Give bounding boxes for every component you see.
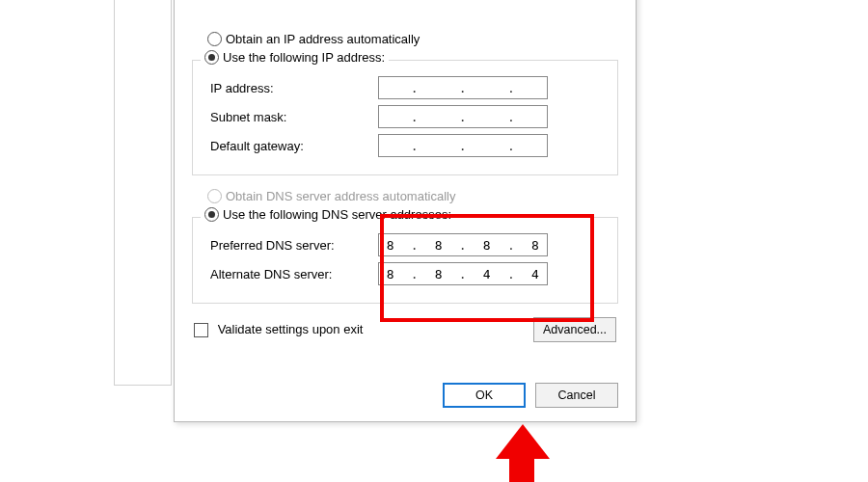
octet[interactable]: 8 bbox=[427, 238, 450, 253]
ip-address-input[interactable]: . . . bbox=[378, 76, 548, 99]
ipv4-properties-dialog: Obtain an IP address automatically Use t… bbox=[174, 0, 637, 422]
subnet-mask-input[interactable]: . . . bbox=[378, 105, 548, 128]
obtain-dns-auto-label: Obtain DNS server address automatically bbox=[226, 189, 455, 203]
radio-disabled-icon bbox=[207, 189, 222, 203]
octet[interactable]: 4 bbox=[524, 267, 547, 281]
ip-address-label: IP address: bbox=[204, 81, 378, 95]
ip-address-group: Use the following IP address: IP address… bbox=[192, 60, 618, 175]
validate-settings-label: Validate settings upon exit bbox=[218, 322, 364, 336]
dns-server-group: Use the following DNS server addresses: … bbox=[192, 217, 618, 304]
use-following-ip-row[interactable]: Use the following IP address: bbox=[201, 50, 389, 65]
dialog-footer: OK Cancel bbox=[443, 383, 618, 408]
alternate-dns-label: Alternate DNS server: bbox=[204, 267, 378, 281]
octet[interactable]: 8 bbox=[524, 238, 547, 253]
ip-address-row: IP address: . . . bbox=[204, 76, 606, 99]
checkbox-icon bbox=[194, 323, 208, 337]
octet[interactable]: 8 bbox=[379, 267, 402, 281]
arrow-stem bbox=[509, 459, 534, 482]
default-gateway-input[interactable]: . . . bbox=[378, 134, 548, 157]
radio-selected-icon bbox=[204, 207, 219, 222]
radio-selected-icon bbox=[204, 50, 219, 65]
ok-button[interactable]: OK bbox=[443, 383, 526, 408]
octet[interactable]: 8 bbox=[379, 238, 402, 253]
validate-settings-checkbox[interactable]: Validate settings upon exit bbox=[194, 322, 363, 337]
preferred-dns-input[interactable]: 8. 8. 8. 8 bbox=[378, 233, 548, 256]
arrow-head-icon bbox=[496, 424, 550, 459]
arrow-annotation bbox=[503, 424, 557, 482]
octet[interactable]: 4 bbox=[475, 267, 499, 281]
use-following-dns-label: Use the following DNS server addresses: bbox=[223, 207, 451, 222]
default-gateway-row: Default gateway: . . . bbox=[204, 134, 606, 157]
subnet-mask-label: Subnet mask: bbox=[204, 110, 378, 124]
use-following-dns-row[interactable]: Use the following DNS server addresses: bbox=[201, 207, 455, 222]
obtain-dns-auto-row: Obtain DNS server address automatically bbox=[207, 189, 618, 203]
octet[interactable]: 8 bbox=[475, 238, 499, 253]
octet[interactable]: 8 bbox=[427, 267, 450, 281]
obtain-ip-auto-row[interactable]: Obtain an IP address automatically bbox=[207, 32, 618, 46]
alternate-dns-input[interactable]: 8. 8. 4. 4 bbox=[378, 262, 548, 285]
background-window bbox=[114, 0, 172, 386]
use-following-ip-label: Use the following IP address: bbox=[223, 50, 385, 65]
alternate-dns-row: Alternate DNS server: 8. 8. 4. 4 bbox=[204, 262, 606, 285]
subnet-mask-row: Subnet mask: . . . bbox=[204, 105, 606, 128]
preferred-dns-row: Preferred DNS server: 8. 8. 8. 8 bbox=[204, 233, 606, 256]
preferred-dns-label: Preferred DNS server: bbox=[204, 238, 378, 253]
cancel-button[interactable]: Cancel bbox=[535, 383, 618, 408]
default-gateway-label: Default gateway: bbox=[204, 139, 378, 153]
radio-icon bbox=[207, 32, 222, 46]
advanced-button[interactable]: Advanced... bbox=[533, 317, 616, 342]
obtain-ip-auto-label: Obtain an IP address automatically bbox=[226, 32, 420, 46]
validate-advanced-row: Validate settings upon exit Advanced... bbox=[192, 317, 618, 342]
